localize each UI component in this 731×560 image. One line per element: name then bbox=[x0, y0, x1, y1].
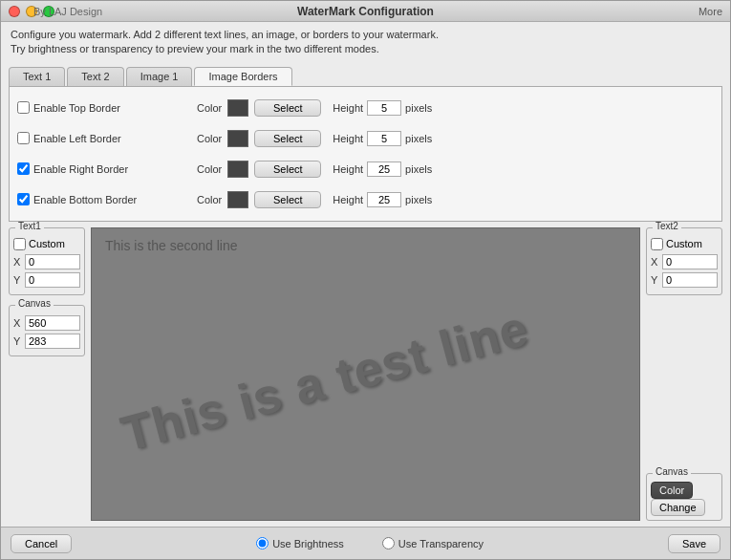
text2-custom-checkbox[interactable] bbox=[651, 238, 663, 250]
description-line2: Try brightness or transparency to previe… bbox=[11, 42, 720, 56]
close-button[interactable] bbox=[9, 6, 20, 17]
brightness-radio-label[interactable]: Use Brightness bbox=[256, 537, 344, 549]
right-border-text: Enable Right Border bbox=[33, 163, 128, 175]
borders-panel: Enable Top Border Color Select Height pi… bbox=[9, 86, 722, 222]
preview-top-text: This is the second line bbox=[105, 238, 238, 253]
text2-canvas-group: Canvas Color Change bbox=[646, 473, 722, 521]
tab-text1[interactable]: Text 1 bbox=[9, 67, 65, 86]
left-height-input[interactable] bbox=[367, 131, 401, 146]
change-button[interactable]: Change bbox=[651, 499, 705, 516]
app-name: By LAJ Design bbox=[33, 6, 102, 17]
top-select-button[interactable]: Select bbox=[254, 99, 321, 117]
top-color-swatch[interactable] bbox=[227, 99, 248, 117]
top-pixels-label: pixels bbox=[405, 102, 432, 114]
bottom-border-checkbox[interactable] bbox=[17, 193, 30, 205]
left-border-label[interactable]: Enable Left Border bbox=[17, 132, 189, 144]
text1-canvas-legend: Canvas bbox=[15, 298, 54, 309]
tab-text2[interactable]: Text 2 bbox=[67, 67, 123, 86]
text1-canvas-x-row: X bbox=[13, 315, 80, 331]
text2-x-label: X bbox=[651, 256, 662, 268]
top-height-label: Height bbox=[333, 102, 363, 114]
text1-custom-checkbox[interactable] bbox=[13, 238, 26, 250]
text2-custom-label: Custom bbox=[666, 238, 702, 249]
tab-image1[interactable]: Image 1 bbox=[126, 67, 193, 86]
text1-custom-row: Custom bbox=[13, 238, 80, 250]
bottom-bar: Cancel Use Brightness Use Transparency S… bbox=[1, 527, 730, 559]
text1-canvas-group: Canvas X Y bbox=[9, 305, 85, 356]
transparency-radio-label[interactable]: Use Transparency bbox=[382, 537, 484, 549]
main-window: By LAJ Design WaterMark Configuration Mo… bbox=[0, 0, 731, 560]
text1-x-row: X bbox=[13, 254, 80, 269]
text1-y-input[interactable] bbox=[25, 272, 80, 288]
text2-x-input[interactable] bbox=[662, 254, 718, 269]
left-border-row: Enable Left Border Color Select Height p… bbox=[17, 125, 714, 152]
transparency-label: Use Transparency bbox=[398, 538, 484, 549]
color-button[interactable]: Color bbox=[651, 482, 693, 499]
top-border-checkbox[interactable] bbox=[17, 101, 30, 114]
top-border-text: Enable Top Border bbox=[33, 102, 120, 114]
bottom-color-label: Color bbox=[197, 194, 222, 205]
bottom-pixels-label: pixels bbox=[405, 194, 432, 205]
text1-canvas-y-row: Y bbox=[13, 334, 80, 349]
text1-y-row: Y bbox=[13, 272, 80, 288]
text2-custom-row: Custom bbox=[651, 238, 718, 250]
save-button[interactable]: Save bbox=[668, 534, 720, 553]
text1-panel: Text1 Custom X Y Canvas X bbox=[9, 227, 85, 521]
bottom-height-label: Height bbox=[333, 194, 363, 205]
description-line1: Configure you watermark. Add 2 different… bbox=[11, 28, 720, 42]
left-pixels-label: pixels bbox=[405, 133, 432, 144]
left-border-checkbox[interactable] bbox=[17, 132, 30, 144]
right-color-label: Color bbox=[197, 163, 222, 175]
preview-area: This is the second line This is a test l… bbox=[91, 227, 640, 521]
bottom-height-input[interactable] bbox=[367, 192, 401, 207]
top-color-label: Color bbox=[197, 102, 222, 114]
right-pixels-label: pixels bbox=[405, 163, 432, 175]
text1-group: Text1 Custom X Y bbox=[9, 227, 85, 295]
text1-legend: Text1 bbox=[15, 222, 44, 231]
bottom-select-button[interactable]: Select bbox=[254, 191, 321, 208]
right-height-input[interactable] bbox=[367, 162, 401, 177]
description-area: Configure you watermark. Add 2 different… bbox=[1, 22, 730, 63]
top-border-label[interactable]: Enable Top Border bbox=[17, 101, 189, 114]
text2-group: Text2 Custom X Y bbox=[646, 227, 722, 295]
text1-y-label: Y bbox=[13, 274, 25, 286]
right-border-checkbox[interactable] bbox=[17, 162, 30, 175]
right-select-button[interactable]: Select bbox=[254, 161, 321, 178]
transparency-radio[interactable] bbox=[382, 537, 395, 549]
right-border-row: Enable Right Border Color Select Height … bbox=[17, 156, 714, 183]
right-height-label: Height bbox=[333, 163, 363, 175]
radio-group: Use Brightness Use Transparency bbox=[91, 537, 649, 549]
bottom-color-swatch[interactable] bbox=[227, 191, 248, 208]
left-color-swatch[interactable] bbox=[227, 130, 248, 147]
text1-x-label: X bbox=[13, 256, 25, 268]
right-border-label[interactable]: Enable Right Border bbox=[17, 162, 189, 175]
text2-panel: Text2 Custom X Y Canvas Color bbox=[646, 227, 722, 521]
text2-y-label: Y bbox=[651, 274, 662, 286]
bottom-border-row: Enable Bottom Border Color Select Height… bbox=[17, 186, 714, 213]
tab-image-borders[interactable]: Image Borders bbox=[194, 67, 291, 86]
top-height-input[interactable] bbox=[367, 100, 401, 116]
left-color-label: Color bbox=[197, 133, 222, 144]
text2-x-row: X bbox=[651, 254, 718, 269]
cancel-button[interactable]: Cancel bbox=[11, 534, 72, 553]
text1-canvas-y-input[interactable] bbox=[25, 334, 80, 349]
title-bar: By LAJ Design WaterMark Configuration Mo… bbox=[1, 1, 730, 22]
text1-x-input[interactable] bbox=[25, 254, 80, 269]
bottom-border-label[interactable]: Enable Bottom Border bbox=[17, 193, 189, 205]
left-select-button[interactable]: Select bbox=[254, 130, 321, 147]
text1-canvas-y-label: Y bbox=[13, 335, 25, 347]
main-area: Text1 Custom X Y Canvas X bbox=[1, 222, 730, 527]
text1-canvas-x-input[interactable] bbox=[25, 315, 80, 331]
brightness-label: Use Brightness bbox=[272, 538, 344, 549]
text1-custom-label: Custom bbox=[29, 238, 65, 249]
text2-y-row: Y bbox=[651, 272, 718, 288]
brightness-radio[interactable] bbox=[256, 537, 269, 549]
preview-main-text: This is a test line bbox=[115, 299, 534, 463]
bottom-border-text: Enable Bottom Border bbox=[33, 194, 137, 205]
text2-y-input[interactable] bbox=[662, 272, 718, 288]
text1-canvas-x-label: X bbox=[13, 317, 25, 329]
text2-canvas-legend: Canvas bbox=[653, 466, 691, 477]
right-color-swatch[interactable] bbox=[227, 161, 248, 178]
more-button[interactable]: More bbox=[699, 6, 722, 17]
preview-canvas: This is the second line This is a test l… bbox=[91, 227, 640, 521]
